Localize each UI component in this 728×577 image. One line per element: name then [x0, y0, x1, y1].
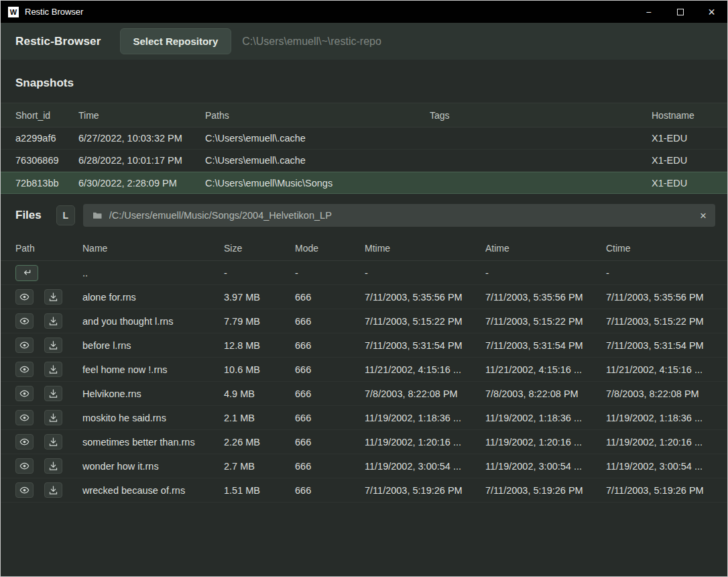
file-size: 4.9 MB [224, 388, 295, 399]
file-atime: 7/11/2003, 5:19:26 PM [485, 485, 606, 496]
snapshot-paths: C:\Users\emuell\.cache [205, 133, 430, 144]
file-atime: 11/19/2002, 1:20:16 ... [485, 437, 606, 448]
file-mtime: 7/11/2003, 5:15:22 PM [365, 316, 485, 327]
file-mtime: - [365, 268, 485, 278]
file-ctime: 11/19/2002, 1:20:16 ... [606, 437, 713, 448]
file-name: sometimes better than.rns [82, 437, 224, 448]
eye-icon [19, 461, 29, 471]
snapshot-short-id: 72b813bb [15, 178, 78, 189]
preview-button[interactable] [15, 337, 34, 353]
select-repository-button[interactable]: Select Repository [120, 28, 232, 54]
file-row[interactable]: wonder how it.rns 2.7 MB 666 11/19/2002,… [1, 454, 727, 478]
file-row[interactable]: before l.rns 12.8 MB 666 7/11/2003, 5:31… [1, 333, 727, 358]
file-size: 2.7 MB [224, 461, 295, 472]
file-name: .. [82, 268, 224, 278]
eye-icon [19, 340, 29, 350]
download-button[interactable] [44, 337, 62, 353]
download-button[interactable] [44, 289, 62, 305]
file-mode: 666 [295, 413, 365, 423]
files-mode-button[interactable]: L [56, 205, 75, 225]
snapshot-time: 6/28/2022, 10:01:17 PM [78, 155, 205, 166]
file-row[interactable]: wrecked because of.rns 1.51 MB 666 7/11/… [1, 478, 727, 503]
column-mtime: Mtime [365, 243, 485, 254]
file-row[interactable]: and you thought l.rns 7.79 MB 666 7/11/2… [1, 309, 727, 333]
eye-icon [19, 413, 29, 423]
file-mode: 666 [295, 364, 365, 375]
file-atime: 11/21/2002, 4:15:16 ... [485, 364, 606, 375]
file-ctime: 7/11/2003, 5:19:26 PM [606, 485, 713, 496]
snapshot-short-id: a2299af6 [15, 133, 78, 144]
files-bar: Files L /C:/Users/emuell/Music/Songs/200… [1, 194, 727, 235]
preview-button[interactable] [15, 313, 34, 329]
file-mtime: 11/21/2002, 4:15:16 ... [365, 364, 485, 375]
preview-button[interactable] [15, 386, 34, 401]
preview-button[interactable] [15, 434, 34, 450]
file-name: Helvikone.rns [82, 388, 224, 399]
download-button[interactable] [44, 434, 62, 450]
download-button[interactable] [44, 313, 62, 329]
file-mtime: 11/19/2002, 3:00:54 ... [365, 461, 485, 472]
column-size: Size [224, 243, 295, 254]
column-tags: Tags [430, 110, 652, 121]
file-ctime: 11/19/2002, 3:00:54 ... [606, 461, 713, 472]
eye-icon [19, 292, 29, 302]
maximize-button[interactable] [664, 1, 696, 23]
file-mode: 666 [295, 437, 365, 448]
snapshots-table-header: Short_id Time Paths Tags Hostname [1, 103, 727, 127]
file-mtime: 7/11/2003, 5:31:54 PM [365, 340, 485, 351]
file-mtime: 7/8/2003, 8:22:08 PM [365, 388, 485, 399]
file-row[interactable]: sometimes better than.rns 2.26 MB 666 11… [1, 430, 727, 454]
file-name: wonder how it.rns [82, 461, 224, 472]
download-icon [48, 340, 58, 350]
file-ctime: - [606, 268, 713, 278]
close-button[interactable]: × [696, 1, 727, 23]
close-path-icon: × [700, 209, 707, 222]
download-button[interactable] [44, 386, 62, 401]
file-row[interactable]: Helvikone.rns 4.9 MB 666 7/8/2003, 8:22:… [1, 382, 727, 406]
app-header: Restic-Browser Select Repository C:\User… [1, 23, 727, 60]
download-icon [48, 388, 58, 399]
preview-button[interactable] [15, 410, 34, 425]
snapshot-hostname: X1-EDU [652, 155, 713, 166]
minimize-button[interactable]: − [633, 1, 664, 23]
window-title: Restic Browser [25, 7, 83, 17]
file-size: 1.51 MB [224, 485, 295, 496]
download-icon [48, 292, 58, 302]
file-atime: 7/11/2003, 5:35:56 PM [485, 292, 606, 303]
snapshot-row-selected[interactable]: 72b813bb 6/30/2022, 2:28:09 PM C:\Users\… [1, 172, 727, 194]
file-size: 12.8 MB [224, 340, 295, 351]
preview-button[interactable] [15, 458, 34, 474]
preview-button[interactable] [15, 289, 34, 305]
file-row[interactable]: feel home now !.rns 10.6 MB 666 11/21/20… [1, 358, 727, 382]
go-up-button[interactable] [15, 265, 38, 281]
parent-directory-row[interactable]: .. - - - - - [1, 261, 727, 285]
file-mode: 666 [295, 461, 365, 472]
snapshot-row[interactable]: a2299af6 6/27/2022, 10:03:32 PM C:\Users… [1, 127, 727, 150]
download-button[interactable] [44, 410, 62, 425]
file-atime: 7/11/2003, 5:15:22 PM [485, 316, 606, 327]
snapshot-row[interactable]: 76306869 6/28/2022, 10:01:17 PM C:\Users… [1, 150, 727, 172]
file-atime: 7/11/2003, 5:31:54 PM [485, 340, 606, 351]
files-path-bar[interactable]: /C:/Users/emuell/Music/Songs/2004_Helvet… [83, 204, 715, 227]
file-ctime: 11/19/2002, 1:18:36 ... [606, 413, 713, 423]
eye-icon [19, 437, 29, 447]
download-button[interactable] [44, 482, 62, 498]
download-button[interactable] [44, 458, 62, 474]
file-row[interactable]: alone for.rns 3.97 MB 666 7/11/2003, 5:3… [1, 285, 727, 309]
files-table-header: Path Name Size Mode Mtime Atime Ctime [1, 235, 727, 261]
file-size: 2.1 MB [224, 413, 295, 423]
download-button[interactable] [44, 362, 62, 377]
preview-button[interactable] [15, 482, 34, 498]
preview-button[interactable] [15, 362, 34, 377]
file-mode: - [295, 268, 365, 278]
snapshot-hostname: X1-EDU [652, 178, 713, 189]
clear-path-button[interactable]: × [700, 210, 707, 221]
return-arrow-icon [21, 268, 32, 278]
download-icon [48, 316, 58, 326]
download-icon [48, 437, 58, 447]
column-short-id: Short_id [15, 110, 78, 121]
column-path: Path [15, 243, 82, 254]
file-row[interactable]: moskito he said.rns 2.1 MB 666 11/19/200… [1, 406, 727, 430]
app-logo-icon: W [8, 7, 19, 17]
window-controls: − × [633, 1, 727, 23]
